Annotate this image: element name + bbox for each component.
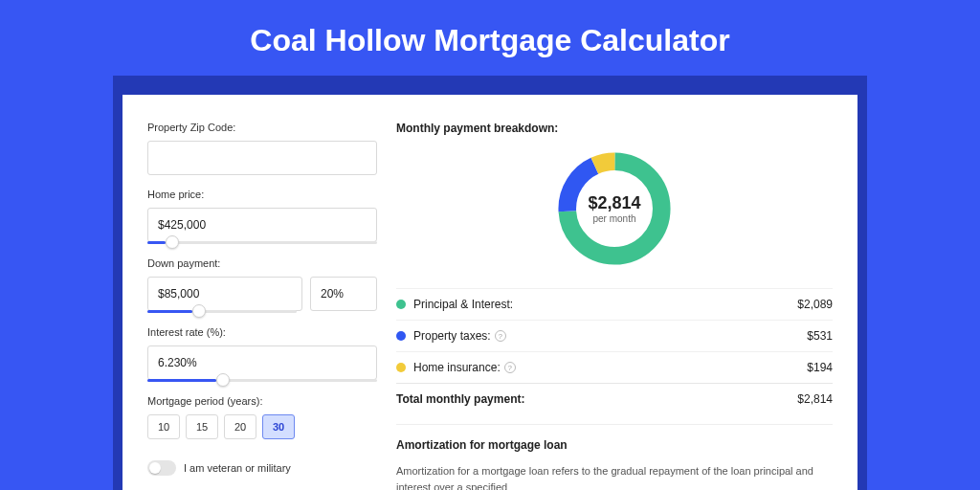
donut-chart: $2,814 per month [396,146,833,271]
rate-slider-thumb[interactable] [216,373,230,387]
price-label: Home price: [147,189,377,200]
down-payment-field: Down payment: [147,257,377,313]
row-total: Total monthly payment: $2,814 [396,383,833,414]
rate-slider[interactable] [147,379,377,382]
label-total: Total monthly payment: [396,392,797,406]
period-15[interactable]: 15 [186,414,218,439]
zip-field: Property Zip Code: [147,122,377,175]
zip-input[interactable] [147,141,377,175]
down-slider-thumb[interactable] [192,304,206,318]
label-taxes: Property taxes: ? [413,329,807,343]
down-label: Down payment: [147,257,377,269]
price-slider[interactable] [147,241,377,244]
period-20[interactable]: 20 [224,414,256,439]
donut-amount: $2,814 [588,193,640,213]
amort-title: Amortization for mortgage loan [396,438,833,452]
veteran-row: I am veteran or military [147,453,377,476]
period-10[interactable]: 10 [147,414,180,439]
amort-text: Amortization for a mortgage loan refers … [396,463,833,490]
label-principal: Principal & Interest: [413,298,797,311]
row-insurance: Home insurance: ? $194 [396,351,833,383]
calculator-card: Property Zip Code: Home price: Down paym… [122,95,858,490]
rate-input[interactable] [147,345,377,380]
veteran-toggle[interactable] [147,460,176,476]
dot-taxes [396,331,406,341]
down-percent-input[interactable] [310,277,377,311]
value-taxes: $531 [807,329,833,343]
period-field: Mortgage period (years): 10 15 20 30 [147,395,377,439]
price-input[interactable] [147,208,377,242]
backer-panel: Property Zip Code: Home price: Down paym… [113,76,867,490]
period-options: 10 15 20 30 [147,414,377,439]
dot-principal [396,300,406,309]
zip-label: Property Zip Code: [147,122,377,133]
breakdown-title: Monthly payment breakdown: [396,122,833,135]
rate-field: Interest rate (%): [147,326,377,382]
period-label: Mortgage period (years): [147,395,377,407]
value-total: $2,814 [797,392,833,406]
row-taxes: Property taxes: ? $531 [396,320,833,351]
label-insurance: Home insurance: ? [413,361,807,374]
info-icon[interactable]: ? [504,362,516,373]
down-amount-input[interactable] [147,277,302,311]
info-icon[interactable]: ? [495,330,506,342]
veteran-label: I am veteran or military [184,462,291,474]
donut-center: $2,814 per month [588,193,640,224]
price-field: Home price: [147,189,377,244]
amortization-section: Amortization for mortgage loan Amortizat… [396,424,833,490]
dot-insurance [396,363,406,372]
period-30[interactable]: 30 [262,414,295,439]
value-insurance: $194 [807,361,833,374]
price-slider-thumb[interactable] [166,235,179,249]
row-principal: Principal & Interest: $2,089 [396,288,833,320]
input-column: Property Zip Code: Home price: Down paym… [147,122,377,490]
rate-label: Interest rate (%): [147,326,377,338]
page-title: Coal Hollow Mortgage Calculator [0,0,980,76]
breakdown-column: Monthly payment breakdown: $2,814 per mo… [396,122,833,490]
down-slider[interactable] [147,310,297,313]
value-principal: $2,089 [797,298,833,311]
donut-sub: per month [588,213,640,224]
